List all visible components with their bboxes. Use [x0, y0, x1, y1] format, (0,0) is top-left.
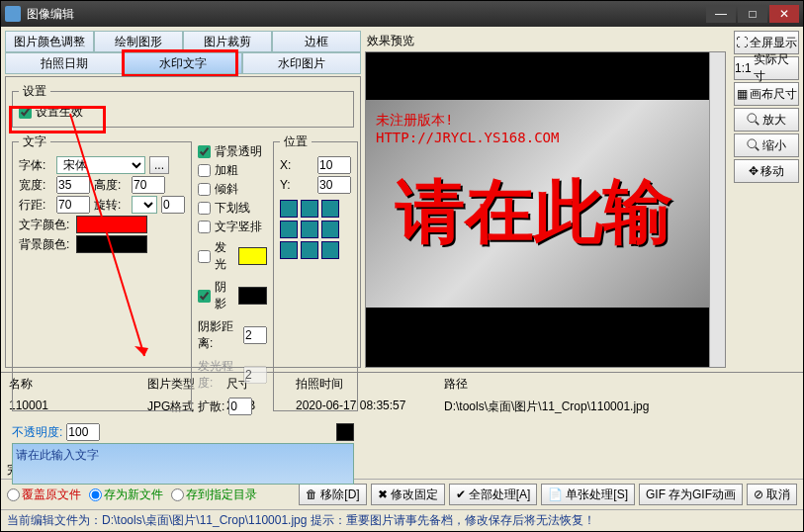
vertical-check[interactable]: 文字竖排	[198, 219, 267, 235]
pos-x-input[interactable]	[317, 156, 351, 174]
svg-line-5	[756, 147, 759, 151]
tab-绘制图形[interactable]: 绘制图形	[94, 31, 183, 52]
shadow-check[interactable]: 阴影	[198, 279, 234, 312]
action-全部处理[A][interactable]: ✔全部处理[A]	[449, 484, 538, 505]
watermark-text-input[interactable]: 请在此输入文字	[12, 443, 354, 485]
text-color-swatch[interactable]	[76, 216, 147, 233]
preview-scrollbar[interactable]	[709, 52, 725, 367]
bold-check[interactable]: 加粗	[198, 162, 267, 179]
action-修改固定[interactable]: ✖修改固定	[371, 484, 445, 505]
underline-check[interactable]: 下划线	[198, 200, 267, 217]
action-移除[D][interactable]: 🗑移除[D]	[299, 484, 366, 505]
maximize-button[interactable]: □	[738, 5, 767, 23]
shadow-dist-input[interactable]	[243, 326, 267, 344]
titlebar: 图像编辑 — □ ✕	[1, 1, 803, 27]
side-缩小[interactable]: 缩小	[734, 133, 799, 157]
radio-saveas-new[interactable]: 存为新文件	[89, 487, 163, 503]
extra-color-swatch[interactable]	[336, 423, 354, 441]
action-单张处理[S][interactable]: 📄单张处理[S]	[541, 484, 635, 505]
position-grid[interactable]	[280, 200, 351, 259]
opacity-input[interactable]	[66, 423, 100, 441]
preview-title: 效果预览	[365, 31, 726, 51]
tab-拍照日期[interactable]: 拍照日期	[5, 52, 124, 74]
text-fieldset: 文字 字体: 宋体 ... 宽度: 高度:	[12, 133, 192, 411]
tab-水印图片[interactable]: 水印图片	[242, 52, 361, 74]
radio-overwrite[interactable]: 覆盖原文件	[7, 487, 81, 503]
svg-point-4	[748, 139, 757, 148]
info-value: D:\tools\桌面\图片\11_Crop\110001.jpg	[442, 398, 797, 416]
glow-color-swatch[interactable]	[238, 247, 267, 265]
side-画布尺寸[interactable]: ▦画布尺寸	[734, 82, 799, 106]
linespace-input[interactable]	[56, 196, 90, 214]
rotate-dir-select[interactable]: -	[132, 196, 157, 214]
bg-color-swatch[interactable]	[76, 235, 147, 253]
window-title: 图像编辑	[27, 6, 74, 23]
side-放大[interactable]: 放大	[734, 108, 799, 132]
preview-area: 未注册版本! HTTP://JRYCL.YS168.COM 请在此输	[365, 51, 726, 368]
settings-legend: 设置	[19, 83, 50, 100]
settings-fieldset: 设置 设置生效	[12, 83, 354, 128]
enable-checkbox[interactable]: 设置生效	[19, 104, 347, 121]
watermark-unregistered-2: HTTP://JRYCL.YS168.COM	[376, 130, 559, 145]
info-header: 路径	[442, 375, 797, 394]
side-实际尺寸[interactable]: 1:1实际尺寸	[734, 56, 799, 80]
width-input[interactable]	[56, 176, 90, 194]
action-存为GIF动画[interactable]: GIF存为GIF动画	[639, 484, 743, 505]
spread-input[interactable]	[228, 398, 252, 415]
enable-checkbox-input[interactable]	[19, 106, 32, 119]
shadow-color-swatch[interactable]	[238, 287, 267, 305]
close-button[interactable]: ✕	[769, 5, 799, 23]
rotate-deg-input[interactable]	[161, 196, 185, 214]
tab-边框[interactable]: 边框	[272, 31, 361, 52]
svg-line-3	[756, 122, 759, 126]
pos-y-input[interactable]	[317, 176, 351, 194]
tab-水印文字[interactable]: 水印文字	[124, 52, 242, 74]
font-select[interactable]: 宋体	[56, 156, 145, 174]
status-bar: 当前编辑文件为：D:\tools\桌面\图片\11_Crop\110001.jp…	[1, 509, 803, 531]
tab-图片颜色调整[interactable]: 图片颜色调整	[5, 31, 94, 52]
tab-图片裁剪[interactable]: 图片裁剪	[183, 31, 272, 52]
radio-saveto-dir[interactable]: 存到指定目录	[171, 487, 257, 503]
app-icon	[5, 6, 21, 22]
glow-ext-input[interactable]	[243, 366, 267, 384]
bg-transparent-check[interactable]: 背景透明	[198, 143, 267, 160]
height-input[interactable]	[132, 176, 165, 194]
action-取消[interactable]: ⊘取消	[747, 484, 797, 505]
svg-point-2	[748, 114, 757, 123]
minimize-button[interactable]: —	[706, 5, 736, 23]
font-pick-button[interactable]: ...	[149, 156, 169, 174]
watermark-main-text: 请在此输	[396, 166, 672, 259]
opacity-label: 不透明度:	[12, 424, 62, 441]
side-移动[interactable]: ✥移动	[734, 159, 799, 183]
watermark-unregistered-1: 未注册版本!	[376, 112, 453, 130]
glow-check[interactable]: 发光	[198, 239, 234, 273]
position-fieldset: 位置 X: Y:	[273, 133, 358, 411]
italic-check[interactable]: 倾斜	[198, 181, 267, 198]
